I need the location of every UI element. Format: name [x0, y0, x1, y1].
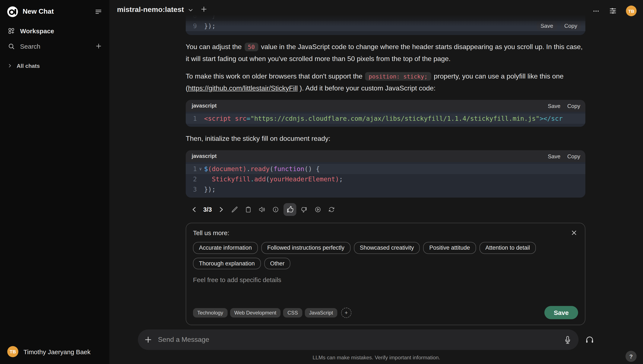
copy-button[interactable]	[243, 204, 254, 215]
assistant-paragraph: Then, initialize the sticky fill on docu…	[186, 133, 585, 144]
sidebar-item-workspace[interactable]: Workspace	[5, 23, 105, 38]
code-line: 2 Stickyfill.add(yourHeaderElement);	[186, 174, 585, 184]
sidebar-item-search[interactable]: Search	[5, 38, 105, 54]
feedback-reason-pill[interactable]: Positive attitude	[423, 242, 476, 254]
feedback-panel: Tell us more: Accurate informationFollow…	[186, 223, 585, 325]
chat-menu-button[interactable]	[592, 7, 600, 15]
headphones-icon	[585, 335, 594, 344]
feedback-tags: TechnologyWeb DevelopmentCSSJavaScript	[193, 308, 337, 317]
code-body: 1∨$(document).ready(function() {2 Sticky…	[186, 162, 585, 198]
code-block-header: javascript Save Copy	[186, 100, 585, 112]
sidebar-user-menu[interactable]: TB Timothy Jaeryang Baek	[5, 344, 105, 359]
clipboard-icon	[245, 206, 252, 213]
workspace-grid-icon	[7, 27, 15, 34]
code-line: 3});	[186, 184, 585, 194]
chevron-left-icon	[190, 206, 198, 213]
code-line: 1<script src="https://cdnjs.cloudflare.c…	[186, 114, 585, 124]
feedback-reason-pill[interactable]: Followed instructions perfectly	[261, 242, 351, 254]
speaker-icon	[259, 206, 265, 213]
open-webui-app: New Chat Workspace Search	[0, 0, 643, 364]
code-copy-button[interactable]: Copy	[567, 153, 580, 160]
feedback-title: Tell us more:	[193, 229, 229, 236]
play-circle-icon	[315, 206, 321, 213]
chevron-right-icon	[7, 63, 13, 68]
code-block: javascript Save Copy 1<script src="https…	[186, 100, 585, 127]
chat-main: Save Copy 8 }9}); You can adjust the 50 …	[110, 0, 643, 364]
code-body: 1<script src="https://cdnjs.cloudflare.c…	[186, 112, 585, 127]
code-save-button[interactable]: Save	[548, 153, 560, 160]
feedback-tag[interactable]: Web Development	[230, 308, 281, 317]
pencil-icon	[231, 206, 238, 213]
ellipsis-icon	[592, 7, 600, 15]
chat-content: Save Copy 8 }9}); You can adjust the 50 …	[110, 0, 643, 364]
read-aloud-button[interactable]	[256, 204, 268, 215]
plus-icon	[200, 6, 208, 13]
good-response-button[interactable]	[284, 203, 296, 216]
feedback-reason-pill[interactable]: Other	[264, 258, 291, 269]
user-avatar: TB	[7, 346, 18, 357]
model-name: mistral-nemo:latest	[117, 6, 184, 14]
all-chats-label: All chats	[17, 62, 40, 69]
info-icon	[272, 206, 279, 213]
feedback-reason-pill[interactable]: Showcased creativity	[354, 242, 420, 254]
paragraph-text: You can adjust the	[186, 43, 244, 50]
sidebar-header: New Chat	[5, 4, 105, 19]
new-chat-title[interactable]: New Chat	[23, 8, 54, 15]
help-button[interactable]: ?	[625, 351, 636, 362]
chat-controls-button[interactable]	[609, 7, 617, 15]
code-block-header: javascript Save Copy	[186, 150, 585, 162]
regenerate-button[interactable]	[326, 204, 337, 215]
feedback-comment-input[interactable]: Feel free to add specific details	[193, 276, 578, 283]
feedback-reason-pill[interactable]: Attention to detail	[479, 242, 536, 254]
next-response-button[interactable]	[215, 204, 227, 215]
add-tag-button[interactable]: +	[341, 308, 351, 318]
paragraph-text: To make this work on older browsers that…	[186, 72, 364, 80]
assistant-paragraph: To make this work on older browsers that…	[186, 70, 585, 94]
feedback-save-button[interactable]: Save	[544, 306, 578, 319]
new-chat-header-button[interactable]	[200, 6, 208, 13]
message-input[interactable]: Send a Message	[138, 330, 578, 350]
composer-area: Send a Message LLMs can make mistakes. V…	[110, 330, 643, 364]
feedback-reasons: Accurate informationFollowed instruction…	[193, 242, 578, 269]
refresh-icon	[328, 206, 335, 213]
feedback-tag[interactable]: Technology	[193, 308, 227, 317]
code-block: javascript Save Copy 1∨$(document).ready…	[186, 150, 585, 198]
close-feedback-button[interactable]	[570, 229, 578, 236]
close-icon	[570, 229, 578, 236]
code-copy-button[interactable]: Copy	[567, 103, 580, 109]
new-chat-plus-button[interactable]	[95, 43, 102, 50]
sidebar-item-all-chats[interactable]: All chats	[5, 60, 105, 72]
code-language-label: javascript	[192, 103, 217, 109]
header-user-avatar[interactable]: TB	[626, 6, 636, 16]
code-save-button[interactable]: Save	[548, 103, 560, 109]
message-placeholder: Send a Message	[158, 336, 563, 344]
feedback-reason-pill[interactable]: Accurate information	[193, 242, 258, 254]
chevron-right-icon	[217, 206, 225, 213]
paragraph-text: ). Add it before your custom JavaScript …	[298, 84, 436, 92]
model-selector[interactable]: mistral-nemo:latest	[117, 6, 193, 14]
disclaimer-text: LLMs can make mistakes. Verify important…	[110, 353, 643, 364]
thumbs-down-icon	[301, 206, 307, 213]
microphone-icon[interactable]	[563, 336, 572, 344]
edit-button[interactable]	[229, 204, 240, 215]
assistant-paragraph: You can adjust the 50 value in the JavaS…	[186, 41, 585, 64]
feedback-tag[interactable]: CSS	[283, 308, 302, 317]
chevron-down-icon	[188, 7, 193, 12]
feedback-tag[interactable]: JavaScript	[305, 308, 337, 317]
bad-response-button[interactable]	[298, 204, 310, 215]
sidebar-toggle-button[interactable]	[94, 8, 102, 15]
sidebar: New Chat Workspace Search	[0, 0, 110, 364]
continue-response-button[interactable]	[312, 204, 324, 215]
response-position: 3/3	[203, 206, 212, 213]
info-button[interactable]	[270, 204, 281, 215]
feedback-reason-pill[interactable]: Thorough explanation	[193, 258, 261, 269]
attach-plus-icon[interactable]	[144, 336, 152, 344]
voice-call-button[interactable]	[585, 335, 594, 344]
workspace-label: Workspace	[20, 27, 54, 34]
controls-sliders-icon	[609, 7, 617, 15]
previous-response-button[interactable]	[188, 204, 200, 215]
stickyfill-link[interactable]: https://github.com/littlestair/StickyFil…	[188, 84, 298, 92]
user-name: Timothy Jaeryang Baek	[24, 348, 91, 355]
inline-code: position: sticky;	[365, 72, 431, 81]
inline-code: 50	[244, 43, 258, 51]
